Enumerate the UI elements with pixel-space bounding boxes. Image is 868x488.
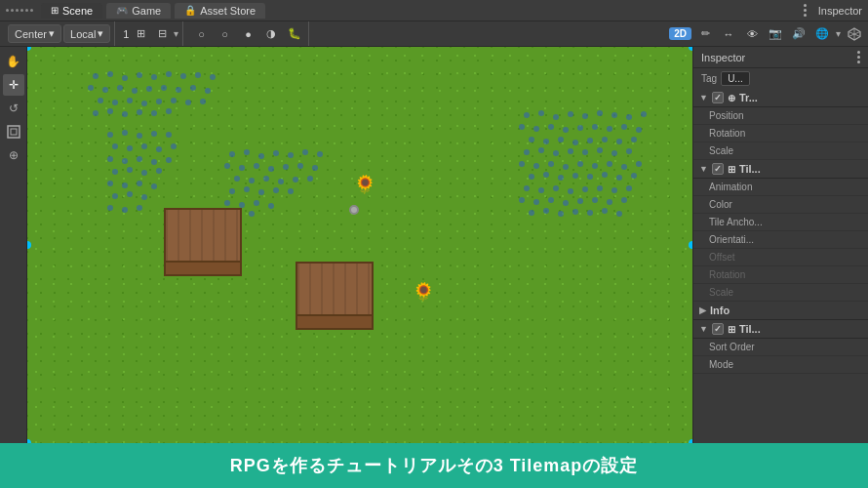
globe-btn[interactable]: 🌐 [812, 24, 832, 44]
svg-point-20 [98, 98, 103, 103]
tool-btn-5[interactable]: 🐛 [285, 24, 304, 44]
audio-btn[interactable]: 🔊 [789, 24, 809, 44]
menu-dots-icon[interactable] [804, 4, 807, 17]
svg-point-73 [268, 166, 274, 172]
flip-btn[interactable]: ↔ [719, 24, 738, 44]
cube-btn[interactable] [845, 24, 864, 44]
svg-point-111 [636, 127, 642, 133]
svg-point-57 [112, 193, 118, 199]
svg-point-63 [229, 151, 235, 157]
handle-top-left[interactable] [27, 47, 31, 51]
top-bar: ⊞ Scene 🎮 Game 🔒 Asset Store Inspector [0, 0, 868, 21]
sort-order-label: Sort Order [709, 342, 787, 352]
svg-point-72 [254, 163, 259, 169]
handle-top-right[interactable] [689, 47, 692, 51]
tab-scene[interactable]: ⊞ Scene [41, 3, 102, 19]
handle-mid-left[interactable] [27, 241, 31, 249]
tool-btn-4[interactable]: ◑ [261, 24, 281, 44]
svg-point-102 [641, 111, 647, 117]
svg-point-69 [317, 151, 323, 157]
tool-btn-2[interactable]: ○ [215, 24, 234, 44]
layer-btn[interactable]: ⊞ [131, 24, 150, 44]
svg-point-147 [553, 185, 559, 191]
toolbar-group-number: 1 ⊞ ⊟ ▾ [119, 21, 183, 46]
svg-point-82 [307, 176, 313, 182]
game-canvas: 🌻 🌻 [27, 47, 692, 443]
inspector-panel: Inspector Tag U... ▼ ✓ ⊕ Tr... Position … [692, 47, 868, 443]
transform-label: Tr... [739, 92, 758, 103]
svg-point-107 [577, 125, 583, 131]
svg-point-97 [568, 111, 573, 117]
scale-label-1: Scale [709, 145, 787, 156]
rotate-tool[interactable]: ↺ [3, 98, 24, 119]
inspector-menu-icon[interactable] [857, 51, 860, 63]
tool-btn-1[interactable]: ○ [191, 24, 211, 44]
bottom-banner: RPGを作るチュートリアルその3 Tilemapの設定 [0, 443, 868, 488]
prop-rotation-tilemap: Rotation [693, 266, 868, 284]
svg-point-48 [166, 157, 172, 163]
svg-rect-1 [11, 129, 17, 135]
section-tilemap1[interactable]: ▼ ✓ ⊞ Til... [693, 160, 868, 179]
svg-point-70 [224, 163, 230, 169]
animation-label: Animation [709, 182, 787, 192]
svg-point-108 [592, 124, 598, 130]
svg-point-3 [107, 71, 113, 77]
svg-point-96 [553, 114, 559, 120]
banner-text: RPGを作るチュートリアルその3 Tilemapの設定 [230, 454, 639, 477]
svg-point-77 [234, 176, 240, 182]
handle-mid-right[interactable] [689, 241, 692, 249]
tab-game[interactable]: 🎮 Game [106, 3, 171, 19]
svg-point-46 [137, 156, 142, 162]
tilemap2-checkbox[interactable]: ✓ [712, 323, 724, 335]
svg-point-68 [302, 149, 308, 155]
move-tool[interactable]: ✛ [3, 74, 24, 96]
dropdown-arrow2-icon: ▾ [98, 27, 103, 40]
svg-point-88 [224, 200, 230, 206]
svg-point-119 [631, 137, 637, 142]
visibility-btn[interactable]: 👁 [742, 24, 762, 44]
scale-tool[interactable] [3, 121, 24, 142]
svg-point-131 [563, 164, 569, 170]
center-dropdown[interactable]: Center ▾ [8, 24, 61, 43]
hand-tool[interactable]: ✋ [3, 51, 24, 72]
svg-point-75 [297, 163, 303, 169]
svg-point-2 [93, 73, 99, 79]
handle-bottom-right[interactable] [689, 439, 692, 443]
svg-point-114 [558, 137, 564, 142]
svg-point-23 [141, 101, 147, 106]
tilemap2-icon: ⊞ [728, 324, 735, 335]
scene-tab-icon: ⊞ [51, 5, 59, 16]
local-dropdown[interactable]: Local ▾ [63, 24, 110, 43]
tilemap1-checkbox[interactable]: ✓ [712, 163, 724, 175]
svg-point-7 [166, 71, 172, 77]
svg-point-66 [273, 150, 279, 156]
section-transform[interactable]: ▼ ✓ ⊕ Tr... [693, 89, 868, 107]
svg-point-61 [122, 207, 128, 213]
svg-point-167 [616, 211, 622, 217]
svg-point-74 [283, 164, 289, 170]
badge-2d[interactable]: 2D [669, 27, 691, 40]
left-toolbar: ✋ ✛ ↺ ⊕ [0, 47, 27, 443]
bush-cluster-4 [517, 105, 653, 301]
tool-btn-3[interactable]: ● [238, 24, 257, 44]
camera-btn[interactable]: 📷 [766, 24, 785, 44]
section-info[interactable]: ▶ Info [693, 302, 868, 320]
handle-bottom-left[interactable] [27, 439, 31, 443]
grid-btn[interactable]: ⊟ [152, 24, 172, 44]
scene-view[interactable]: 🌻 🌻 [27, 47, 692, 443]
section-tilemap2[interactable]: ▼ ✓ ⊞ Til... [693, 320, 868, 339]
transform-tool[interactable]: ⊕ [3, 144, 24, 166]
tab-asset-store[interactable]: 🔒 Asset Store [175, 3, 265, 19]
svg-point-43 [171, 143, 177, 149]
transform-checkbox[interactable]: ✓ [712, 92, 724, 103]
tag-value[interactable]: U... [721, 71, 750, 86]
svg-point-36 [137, 133, 142, 139]
tilemap2-arrow-icon: ▼ [699, 324, 708, 334]
svg-point-93 [249, 211, 255, 217]
svg-point-161 [529, 210, 534, 216]
svg-point-164 [572, 209, 578, 215]
paint-btn[interactable]: ✏ [695, 24, 715, 44]
scale-label-2: Scale [709, 287, 787, 298]
svg-point-86 [273, 187, 279, 193]
bush-cluster-1 [86, 66, 242, 125]
